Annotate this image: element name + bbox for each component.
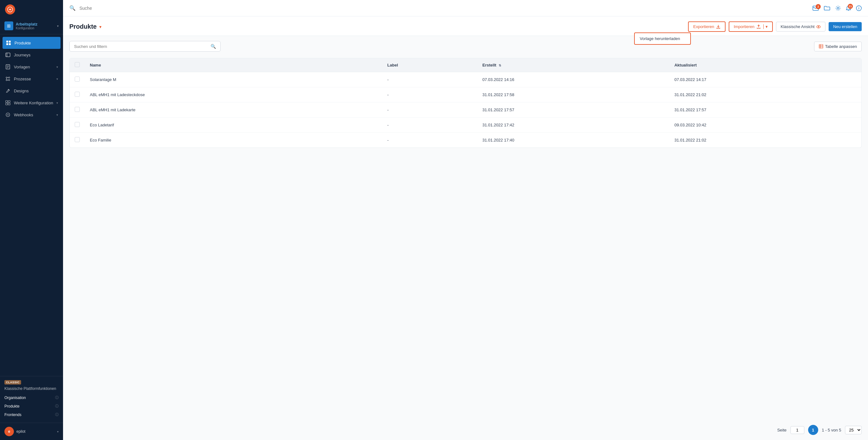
sidebar-item-journeys[interactable]: Journeys [0,49,63,61]
import-button[interactable]: Importieren ▾ [729,22,773,32]
row-checkbox[interactable] [75,137,80,142]
row-checkbox[interactable] [75,107,80,112]
new-button[interactable]: Neu erstellen [829,22,862,31]
sidebar-item-label-prozesse: Prozesse [14,76,53,81]
table-row[interactable]: Eco Familie - 31.01.2022 17:40 31.01.202… [70,133,861,148]
row-erstellt: 31.01.2022 17:40 [477,133,670,148]
table-header-name: Name [85,58,382,72]
select-all-checkbox[interactable] [75,62,80,67]
filter-right: Tabelle anpassen [814,41,862,51]
classic-item-label-frontends: Frontends [4,413,22,417]
filter-bar: 🔍 Tabelle anpassen [69,41,862,52]
page-1-button[interactable]: 1 [808,425,818,435]
gear-button[interactable] [835,5,841,11]
webhooks-chevron-icon: ▾ [56,113,58,117]
row-checkbox-cell [70,118,85,133]
svg-point-25 [837,7,839,9]
produkte-icon [6,40,11,46]
sidebar-item-prozesse[interactable]: Prozesse ▾ [0,73,63,85]
classic-items: Organisation ⓘ Produkte ⓘ Frontends ⓘ [4,394,59,419]
weitere-chevron-icon: ▾ [56,101,58,105]
classic-item-produkte[interactable]: Produkte ⓘ [4,402,59,410]
row-erstellt: 31.01.2022 17:57 [477,102,670,118]
classic-item-label-organisation: Organisation [4,396,26,400]
sidebar-item-label-webhooks: Webhooks [14,113,53,117]
page-title-chevron-icon[interactable]: ▾ [99,24,101,29]
row-checkbox[interactable] [75,122,80,127]
page-header: Produkte ▾ Exportieren Importieren ▾ Vor… [63,17,868,36]
row-name: Eco Familie [85,133,382,148]
new-button-label: Neu erstellen [833,24,857,29]
vorlage-download-item[interactable]: Vorlage herunterladen [635,33,690,44]
row-checkbox[interactable] [75,76,80,82]
topbar: 🔍 2 21 [63,0,868,17]
app-logo[interactable] [5,4,15,14]
import-dropdown: Vorlage herunterladen [634,32,691,45]
export-icon [716,25,720,29]
svg-point-28 [859,7,859,7]
svg-point-14 [8,80,10,81]
sidebar-item-vorlagen[interactable]: Vorlagen ▾ [0,61,63,73]
sidebar-item-label-designs: Designs [14,89,58,93]
classic-item-organisation[interactable]: Organisation ⓘ [4,394,59,402]
import-dropdown-chevron-icon[interactable]: ▾ [763,24,768,29]
table-adjust-icon [819,44,823,49]
prozesse-chevron-icon: ▾ [56,77,58,81]
row-checkbox-cell [70,87,85,102]
info-icon-frontends: ⓘ [55,412,59,417]
svg-rect-5 [6,53,10,57]
table-adjust-button[interactable]: Tabelle anpassen [814,41,862,51]
svg-rect-2 [9,41,11,42]
classic-view-label: Klassische Ansicht [781,24,815,29]
eye-icon [816,25,821,29]
per-page-select[interactable]: 25 [845,426,862,434]
table-row[interactable]: ABL eMH1 mit Ladekarte - 31.01.2022 17:5… [70,102,861,118]
topbar-search-icon: 🔍 [69,5,75,11]
info-button[interactable] [856,5,862,11]
user-avatar: e [4,427,14,436]
journeys-icon [5,52,11,58]
sidebar-footer[interactable]: e epilot ▾ [0,423,63,440]
svg-rect-3 [6,43,8,45]
filter-input-wrap: 🔍 [69,41,221,52]
row-erstellt: 31.01.2022 17:42 [477,118,670,133]
table-header-erstellt[interactable]: Erstellt ⇅ [477,58,670,72]
designs-icon [5,88,11,94]
row-name: Solaranlage M [85,72,382,87]
sidebar-item-designs[interactable]: Designs [0,85,63,97]
table-row[interactable]: Solaranlage M - 07.03.2022 14:16 07.03.2… [70,72,861,87]
filter-input[interactable] [74,44,208,49]
table-row[interactable]: Eco Ladetarif - 31.01.2022 17:42 09.03.2… [70,118,861,133]
row-checkbox-cell [70,72,85,87]
export-button[interactable]: Exportieren [688,22,725,32]
table-body: Solaranlage M - 07.03.2022 14:16 07.03.2… [70,72,861,148]
sidebar-item-webhooks[interactable]: Webhooks ▾ [0,109,63,121]
bell-button[interactable]: 21 [846,5,851,11]
svg-point-11 [6,77,7,78]
sidebar-item-label-vorlagen: Vorlagen [14,65,53,69]
row-label: - [382,133,477,148]
header-actions: Exportieren Importieren ▾ Vorlage herunt… [688,22,862,32]
row-checkbox[interactable] [75,92,80,97]
row-label: - [382,72,477,87]
folder-button[interactable] [824,6,830,11]
table-row[interactable]: ABL eMH1 mit Ladesteckdose - 31.01.2022 … [70,87,861,102]
classic-item-frontends[interactable]: Frontends ⓘ [4,410,59,419]
page-label: Seite [777,428,787,433]
row-label: - [382,102,477,118]
main-content: 🔍 2 21 Produkte ▾ [63,0,868,440]
sidebar-logo [0,0,63,19]
row-label: - [382,118,477,133]
row-erstellt: 31.01.2022 17:58 [477,87,670,102]
topbar-search-input[interactable] [80,6,809,11]
sidebar-item-produkte[interactable]: Produkte [2,37,61,49]
classic-view-button[interactable]: Klassische Ansicht [776,22,826,32]
weitere-icon [5,100,11,105]
classic-badge: CLASSIC [4,380,21,384]
mail-button[interactable]: 2 [812,6,819,11]
mail-badge: 2 [816,4,821,9]
page-input[interactable] [790,426,804,434]
workspace-selector[interactable]: ⊞ Arbeitsplatz Konfiguration ▾ [0,19,63,34]
workspace-icon: ⊞ [4,22,13,30]
sidebar-item-weitere[interactable]: Weitere Konfiguration ▾ [0,97,63,109]
